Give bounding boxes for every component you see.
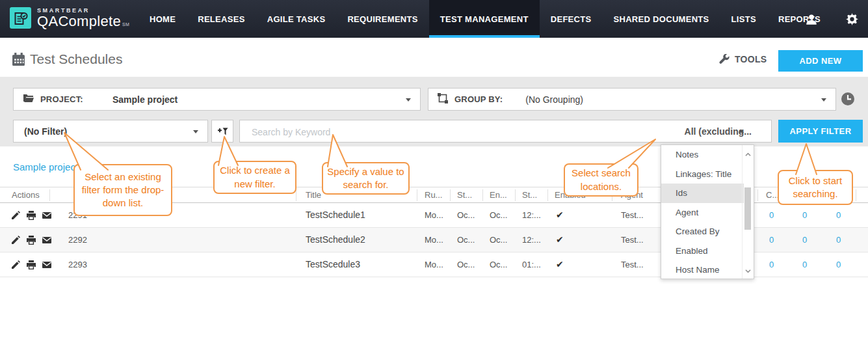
nav-item-releases[interactable]: RELEASES — [187, 0, 256, 38]
group-by-select[interactable]: GROUP BY: (No Grouping) — [428, 88, 836, 111]
group-by-label: GROUP BY: — [454, 94, 503, 104]
dropdown-scrollbar[interactable] — [742, 145, 754, 279]
column-divider — [856, 189, 856, 201]
email-envelope-icon[interactable] — [42, 211, 51, 220]
dropdown-item-notes[interactable]: Notes — [661, 145, 744, 165]
brand-logo[interactable]: SMARTBEAR QACompleteSM — [10, 7, 129, 29]
add-filter-icon — [217, 127, 228, 136]
scrollbar-thumb[interactable] — [744, 187, 751, 230]
dropdown-item-ids[interactable]: Ids — [661, 184, 744, 203]
nav-item-test-management[interactable]: TEST MANAGEMENT — [429, 0, 540, 38]
nav-item-defects[interactable]: DEFECTS — [540, 0, 603, 38]
project-group-link[interactable]: Sample project — [13, 161, 78, 172]
brand-product: QACompleteSM — [37, 14, 129, 29]
keyword-search-box: All (excluding... — [239, 120, 772, 143]
dropdown-item-agent[interactable]: Agent — [661, 203, 744, 223]
smartbear-logo-icon — [10, 7, 31, 29]
row-actions — [11, 203, 51, 227]
column-header-title[interactable]: Title — [306, 187, 321, 203]
cell-count-link[interactable]: 0 — [836, 228, 841, 252]
column-header-start[interactable]: St... — [457, 187, 472, 203]
row-actions — [11, 253, 51, 277]
cell-start: Oc... — [457, 203, 475, 227]
column-header-time[interactable]: St... — [522, 187, 537, 203]
chevron-down-icon — [406, 98, 411, 102]
scroll-up-icon[interactable] — [745, 148, 751, 159]
cell-run: Mo... — [425, 228, 443, 252]
history-clock-icon[interactable] — [840, 91, 856, 107]
create-filter-button[interactable] — [211, 120, 233, 143]
cell-title: TestScedule3 — [306, 253, 360, 277]
wrench-icon — [719, 54, 730, 64]
service-mark: SM — [122, 22, 129, 27]
cell-start: Oc... — [457, 253, 475, 277]
column-divider — [450, 189, 451, 201]
print-icon[interactable] — [27, 211, 36, 220]
email-envelope-icon[interactable] — [42, 236, 51, 245]
edit-pencil-icon[interactable] — [11, 211, 20, 220]
brand-text: SMARTBEAR QACompleteSM — [37, 7, 129, 29]
cell-count-link[interactable]: 0 — [802, 253, 807, 277]
callout-specify-value: Specify a value to search for. — [322, 162, 410, 195]
enabled-check-icon: ✔ — [556, 203, 564, 227]
nav-item-agile-tasks[interactable]: AGILE TASKS — [256, 0, 337, 38]
column-divider — [49, 189, 50, 201]
saved-filter-select[interactable]: (No Filter) — [13, 120, 208, 143]
chevron-up-icon — [739, 130, 744, 133]
nav-item-lists[interactable]: LISTS — [720, 0, 767, 38]
nav-item-requirements[interactable]: REQUIREMENTS — [336, 0, 428, 38]
nav-item-reports[interactable]: REPORTS — [767, 0, 832, 38]
dropdown-item-enabled[interactable]: Enabled — [661, 241, 744, 261]
tools-label: TOOLS — [735, 54, 767, 64]
column-divider — [417, 189, 417, 201]
cell-id: 2293 — [68, 253, 87, 277]
column-header-run[interactable]: Ru... — [425, 187, 442, 203]
group-by-value: (No Grouping) — [525, 94, 583, 105]
email-envelope-icon[interactable] — [42, 260, 51, 269]
add-new-button[interactable]: ADD NEW — [778, 50, 863, 72]
edit-pencil-icon[interactable] — [11, 260, 20, 269]
enabled-check-icon: ✔ — [556, 228, 564, 252]
nav-item-shared-documents[interactable]: SHARED DOCUMENTS — [603, 0, 720, 38]
edit-pencil-icon[interactable] — [11, 236, 20, 245]
project-select[interactable]: PROJECT: Sample project — [13, 88, 421, 111]
callout-start-searching: Click to start searching. — [778, 170, 853, 205]
cell-count-link[interactable]: 0 — [769, 253, 774, 277]
cell-count-link[interactable]: 0 — [802, 228, 807, 252]
column-header-end[interactable]: En... — [490, 187, 507, 203]
user-icon[interactable] — [805, 13, 818, 26]
cell-end: Oc... — [490, 228, 507, 252]
enabled-check-icon: ✔ — [556, 253, 564, 277]
cell-run: Mo... — [425, 253, 443, 277]
search-input[interactable] — [250, 120, 617, 143]
cell-count-link[interactable]: 0 — [769, 203, 774, 227]
cell-count-link[interactable]: 0 — [802, 203, 807, 227]
print-icon[interactable] — [27, 236, 36, 245]
dropdown-item-created-by[interactable]: Created By — [661, 222, 744, 241]
nav-item-home[interactable]: HOME — [138, 0, 187, 38]
project-label: PROJECT: — [40, 94, 83, 104]
cell-end: Oc... — [490, 203, 507, 227]
dropdown-item-host-name[interactable]: Host Name — [661, 260, 744, 280]
cell-end: Oc... — [490, 253, 507, 277]
tools-button[interactable]: TOOLS — [719, 54, 767, 64]
group-by-icon — [438, 93, 448, 106]
chevron-down-icon — [821, 98, 826, 102]
filter-panel: PROJECT: Sample project GROUP BY: (No Gr… — [0, 77, 868, 146]
top-nav-bar: SMARTBEAR QACompleteSM HOME RELEASES AGI… — [0, 0, 868, 38]
cell-count-link[interactable]: 0 — [769, 228, 774, 252]
scroll-down-icon[interactable] — [745, 264, 751, 276]
cell-count-link[interactable]: 0 — [836, 203, 841, 227]
apply-filter-button[interactable]: APPLY FILTER — [778, 120, 863, 143]
cell-id: 2292 — [68, 228, 87, 252]
cell-time: 12:... — [522, 228, 541, 252]
print-icon[interactable] — [27, 260, 36, 269]
column-divider — [547, 189, 548, 201]
column-header-actions[interactable]: Actions — [12, 187, 40, 203]
gear-icon[interactable] — [846, 13, 859, 26]
column-divider — [515, 189, 516, 201]
qacomplete-app: SMARTBEAR QACompleteSM HOME RELEASES AGI… — [0, 0, 868, 356]
dropdown-item-linkages-title[interactable]: Linkages: Title — [661, 165, 744, 184]
cell-start: Oc... — [457, 228, 475, 252]
cell-count-link[interactable]: 0 — [836, 253, 841, 277]
